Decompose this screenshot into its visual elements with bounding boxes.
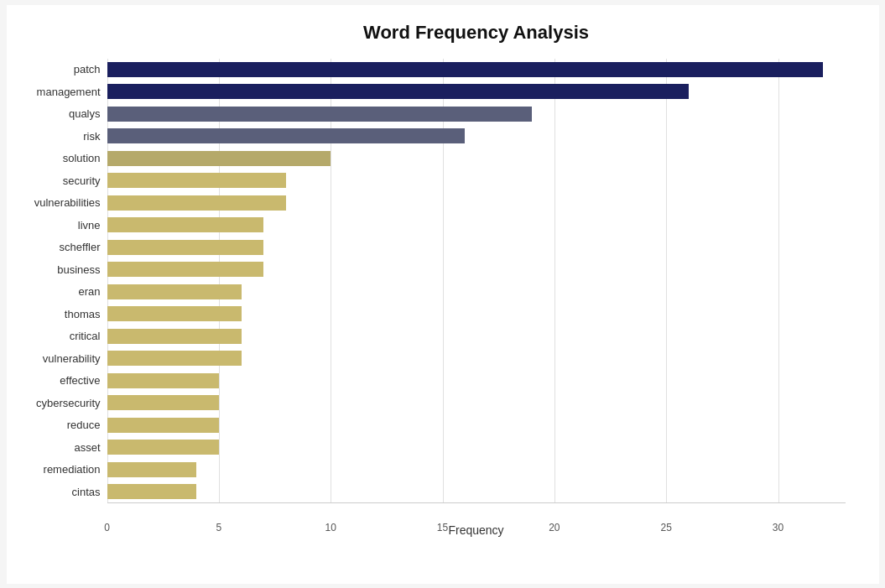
bar-label: business	[57, 263, 100, 276]
bar-track	[107, 440, 846, 455]
bar-label: effective	[60, 374, 100, 387]
chart-area: patchmanagementqualysrisksolutionsecurit…	[107, 59, 846, 537]
bar-track	[107, 173, 846, 188]
x-axis-label: Frequency	[107, 523, 846, 537]
bar-label: cintas	[72, 486, 101, 498]
bar-label: vulnerabilities	[34, 196, 101, 209]
bar-label: management	[37, 86, 101, 98]
bar-track	[107, 373, 846, 388]
bar-fill	[107, 84, 689, 99]
bar-row: solution	[107, 149, 846, 168]
bar-track	[107, 418, 846, 433]
bar-fill	[107, 418, 219, 433]
bar-fill	[107, 262, 264, 277]
bar-track	[107, 351, 846, 366]
bar-fill	[107, 484, 197, 499]
bar-track	[107, 217, 846, 232]
bar-fill	[107, 217, 264, 232]
bar-label: vulnerability	[43, 352, 101, 365]
bar-row: patch	[107, 60, 846, 79]
bar-fill	[107, 329, 242, 344]
bar-label: asset	[74, 441, 100, 454]
chart-container: Word Frequency Analysis patchmanagementq…	[7, 5, 879, 584]
bar-label: reduce	[67, 419, 101, 431]
bar-fill	[107, 62, 823, 77]
bar-track	[107, 107, 846, 122]
bar-label: security	[63, 174, 101, 187]
bar-track	[107, 151, 846, 166]
bar-row: cintas	[107, 482, 846, 501]
bar-fill	[107, 195, 286, 211]
bar-row: business	[107, 260, 846, 278]
bar-track	[107, 128, 846, 143]
bar-row: livne	[107, 216, 846, 234]
bar-track	[107, 240, 846, 255]
bar-label: critical	[70, 330, 101, 342]
bar-fill	[107, 351, 242, 366]
bar-row: risk	[107, 127, 846, 145]
bar-label: remediation	[44, 463, 101, 476]
bar-row: management	[107, 82, 846, 101]
bar-row: thomas	[107, 304, 846, 323]
bars-wrapper: patchmanagementqualysrisksolutionsecurit…	[107, 59, 846, 503]
bar-fill	[107, 462, 197, 477]
bar-label: eran	[78, 285, 100, 298]
bar-row: cybersecurity	[107, 393, 846, 412]
bar-track	[107, 395, 846, 410]
bar-row: effective	[107, 372, 846, 390]
bar-track	[107, 329, 846, 344]
bar-label: solution	[63, 152, 101, 164]
bar-fill	[107, 373, 219, 388]
bar-row: eran	[107, 283, 846, 301]
bar-track	[107, 195, 846, 211]
bar-track	[107, 84, 846, 99]
bar-row: vulnerabilities	[107, 194, 846, 212]
bar-fill	[107, 306, 242, 321]
bar-fill	[107, 107, 533, 122]
bar-row: qualys	[107, 105, 846, 123]
bar-track	[107, 462, 846, 477]
bar-fill	[107, 395, 219, 410]
bar-track	[107, 62, 846, 77]
bar-fill	[107, 240, 264, 255]
bar-label: risk	[83, 130, 100, 143]
bar-fill	[107, 128, 466, 143]
bar-label: patch	[74, 63, 101, 75]
chart-title: Word Frequency Analysis	[107, 22, 846, 44]
bar-track	[107, 484, 846, 499]
bar-label: cybersecurity	[36, 397, 101, 409]
bar-track	[107, 284, 846, 299]
bar-label: scheffler	[60, 241, 101, 253]
bar-row: remediation	[107, 461, 846, 479]
bar-row: critical	[107, 327, 846, 346]
bar-row: reduce	[107, 416, 846, 434]
bar-fill	[107, 173, 286, 188]
bar-track	[107, 262, 846, 277]
x-axis	[107, 502, 846, 503]
bar-fill	[107, 151, 331, 166]
bar-fill	[107, 284, 242, 299]
bar-track	[107, 306, 846, 321]
bar-row: security	[107, 171, 846, 190]
bar-row: asset	[107, 438, 846, 456]
bar-label: qualys	[69, 107, 101, 120]
bar-row: vulnerability	[107, 349, 846, 367]
bar-fill	[107, 440, 219, 455]
bar-label: thomas	[65, 308, 101, 320]
bar-row: scheffler	[107, 238, 846, 257]
bar-label: livne	[78, 219, 101, 232]
